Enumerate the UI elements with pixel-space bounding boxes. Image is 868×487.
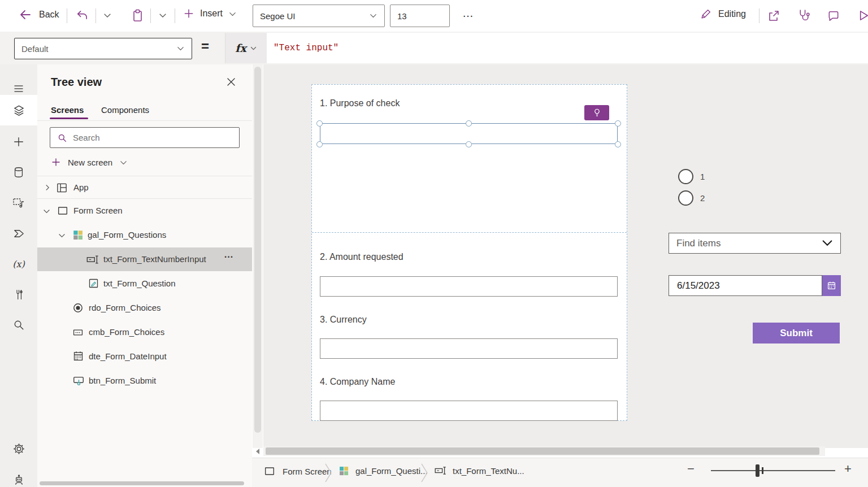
tree-view-rail-button[interactable] — [0, 95, 37, 125]
calendar-picker-button[interactable] — [822, 275, 841, 296]
plus-icon — [12, 136, 25, 148]
power-automate-rail-button[interactable] — [0, 218, 37, 249]
property-select[interactable]: Default — [14, 38, 192, 59]
toolbar-overflow-button[interactable]: … — [462, 7, 474, 20]
virtual-agent-rail-button[interactable] — [0, 464, 37, 487]
copilot-ideas-badge[interactable] — [584, 105, 609, 120]
font-size-input[interactable]: 13 — [390, 5, 450, 27]
share-icon — [767, 9, 780, 23]
tree-item-combobox[interactable]: cmb_Form_Choices — [37, 320, 252, 344]
formula-bar: Default = fx "Text input" — [0, 32, 868, 64]
find-items-combobox[interactable]: Find items — [669, 233, 841, 254]
app-checker-stethoscope-button[interactable] — [797, 8, 811, 23]
radio-option-2[interactable] — [678, 190, 693, 206]
plus-icon — [51, 157, 61, 167]
tree-item-app[interactable]: App — [37, 176, 252, 199]
toolbar-divider — [175, 8, 175, 23]
paste-button[interactable] — [131, 8, 144, 23]
selection-handle[interactable] — [615, 141, 621, 147]
text-input-amount[interactable] — [320, 276, 618, 297]
share-button[interactable] — [767, 9, 780, 23]
toolbar-divider — [96, 8, 96, 23]
selection-handle[interactable] — [615, 120, 621, 127]
zoom-out-button[interactable]: − — [687, 462, 695, 476]
selection-handle[interactable] — [316, 141, 323, 147]
submit-button[interactable]: Submit — [753, 323, 840, 343]
new-screen-label: New screen — [68, 158, 112, 167]
zoom-slider-track[interactable] — [711, 470, 835, 471]
tree-item-overflow-button[interactable]: … — [224, 249, 234, 260]
formula-input[interactable]: "Text input" — [267, 33, 868, 63]
hamburger-icon — [13, 84, 24, 93]
hscroll-left-arrow[interactable] — [253, 447, 263, 455]
variables-rail-button[interactable]: (x) — [0, 249, 37, 279]
selection-handle[interactable] — [466, 120, 472, 127]
scrollbar-thumb[interactable] — [254, 67, 261, 433]
zoom-in-button[interactable]: + — [844, 462, 852, 476]
tree-panel-horizontal-scrollbar[interactable] — [40, 481, 244, 485]
data-rail-button[interactable] — [0, 157, 37, 188]
tree-item-label: txt_Form_Question — [103, 279, 176, 288]
breadcrumb-form-screen[interactable]: Form Screen — [263, 465, 332, 477]
comments-button[interactable] — [827, 10, 840, 23]
close-icon — [226, 77, 236, 87]
scrollbar-thumb[interactable] — [266, 447, 819, 455]
zoom-slider-thumb[interactable] — [756, 464, 760, 477]
selection-handle[interactable] — [466, 141, 472, 147]
paste-dropdown-chevron[interactable] — [158, 12, 167, 19]
tab-components[interactable]: Components — [101, 105, 149, 115]
plus-icon — [183, 8, 194, 19]
chevron-down-icon — [176, 46, 185, 52]
search-rail-button[interactable] — [0, 310, 37, 340]
combobox-placeholder: Find items — [676, 238, 721, 249]
power-automate-icon — [12, 227, 25, 240]
font-family-value: Segoe UI — [260, 11, 296, 21]
date-input[interactable]: 6/15/2023 — [669, 275, 822, 296]
search-icon — [57, 133, 67, 143]
fx-button[interactable]: fx — [225, 33, 267, 63]
tree-item-date-input[interactable]: dte_Form_DateInput — [37, 345, 252, 368]
insert-button[interactable]: Insert — [183, 8, 237, 19]
undo-button[interactable] — [76, 9, 89, 22]
breadcrumb-text-input[interactable]: txt_Form_TextNu... — [434, 465, 524, 476]
breadcrumb-gallery[interactable]: gal_Form_Questi... — [338, 465, 428, 477]
tree-item-form-screen[interactable]: Form Screen — [37, 199, 252, 223]
selection-handle[interactable] — [316, 120, 323, 127]
font-family-select[interactable]: Segoe UI — [253, 5, 385, 27]
canvas-area: 1. Purpose of check 2. Amount requested — [263, 64, 868, 448]
breadcrumb-separator — [324, 463, 332, 483]
breadcrumb-separator — [420, 463, 428, 483]
text-input-company[interactable] — [320, 401, 618, 421]
close-panel-button[interactable] — [226, 77, 236, 87]
canvas-vertical-scrollbar[interactable] — [253, 64, 263, 448]
tab-screens[interactable]: Screens — [51, 105, 84, 115]
tree-item-gallery[interactable]: gal_Form_Questions — [37, 223, 252, 247]
insert-rail-button[interactable] — [0, 127, 37, 157]
undo-dropdown-chevron[interactable] — [103, 12, 112, 19]
media-rail-button[interactable] — [0, 188, 37, 218]
tree-item-radio[interactable]: rdo_Form_Choices — [37, 296, 252, 320]
tree-item-question-label[interactable]: txt_Form_Question — [37, 272, 252, 295]
new-screen-button[interactable]: New screen — [51, 154, 128, 171]
tree-search-box[interactable] — [50, 127, 240, 148]
top-toolbar: Back Insert — [0, 0, 868, 32]
settings-rail-button[interactable] — [0, 433, 37, 464]
radio-option-1[interactable] — [678, 169, 693, 184]
chevron-right-icon — [44, 184, 51, 191]
search-input[interactable] — [73, 133, 220, 142]
active-tab-underline — [50, 118, 88, 119]
tree-item-label: rdo_Form_Choices — [89, 303, 161, 312]
screen-icon — [57, 205, 69, 217]
editing-mode-button[interactable]: Editing — [700, 8, 746, 20]
back-button[interactable]: Back — [19, 8, 59, 21]
button-icon — [72, 375, 85, 387]
tree-item-text-number-input[interactable]: txt_Form_TextNumberInput … — [37, 247, 252, 271]
advanced-tools-rail-button[interactable] — [0, 279, 37, 310]
text-input-currency[interactable] — [320, 338, 618, 359]
lightbulb-icon — [593, 108, 601, 118]
tree-item-submit-button[interactable]: btn_Form_Submit — [37, 369, 252, 393]
gallery-item-1[interactable]: 1. Purpose of check — [312, 85, 627, 233]
tree-item-label: txt_Form_TextNumberInput — [103, 254, 206, 264]
preview-play-button[interactable] — [857, 9, 868, 22]
gallery-form-questions[interactable]: 1. Purpose of check 2. Amount requested — [311, 84, 627, 421]
